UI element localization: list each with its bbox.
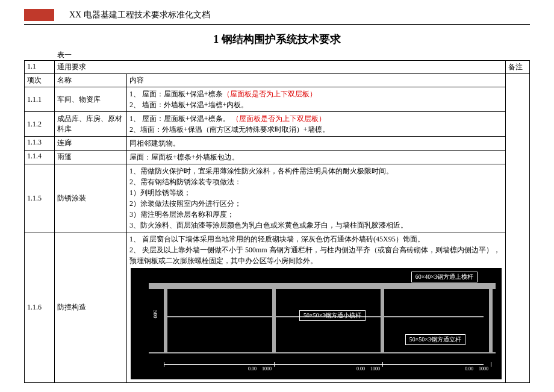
table-row: 1.1.6 防撞构造 1、 首层窗台以下墙体采用当地常用的的轻质砌块墙，深灰色仿… <box>25 232 530 383</box>
row-idx: 1.1.1 <box>25 87 55 112</box>
content-text: 2、 夹层及以上靠外墙一侧做不小于 500mm 高钢方通栏杆，与柱内侧边平齐（或… <box>129 244 503 266</box>
content-text: 1、 屋面：屋面板+保温+檩条。 <box>129 114 232 123</box>
content-text: 2、 墙面：外墙板+保温+墙檩+内板。 <box>129 99 503 110</box>
post <box>489 285 493 353</box>
section-index: 1.1 <box>25 61 55 74</box>
note-column <box>506 74 530 383</box>
top-rail <box>149 283 496 289</box>
dim-tick <box>164 362 164 367</box>
table-row: 1.1.2 成品库、库房、原材料库 1、 屋面：屋面板+保温+檩条。 （屋面板是… <box>25 112 530 137</box>
row-name: 连廊 <box>55 137 127 151</box>
requirements-table: 1.1 通用要求 备注 项次 名称 内容 1.1.1 车间、物资库 1、 屋面：… <box>24 60 530 383</box>
row-content: 1、 屋面：屋面板+保温+檩条（屋面板是否为上下双层板） 2、 墙面：外墙板+保… <box>127 87 506 112</box>
row-name: 防撞构造 <box>55 232 127 383</box>
content-red: （屋面板是否为上下双层板） <box>232 114 326 123</box>
table-row: 1.1.1 车间、物资库 1、 屋面：屋面板+保温+檩条（屋面板是否为上下双层板… <box>25 87 530 112</box>
table-section-row: 1.1 通用要求 备注 <box>25 61 530 74</box>
label-top-rail: 60×40×3钢方通上横杆 <box>411 272 478 282</box>
row-content: 1、 首层窗台以下墙体采用当地常用的的轻质砌块墙，深灰色仿石通体外墙砖(45X9… <box>127 232 506 383</box>
section-title-text: 钢结构围护系统技术要求 <box>222 33 341 45</box>
content-text: 1、 屋面：屋面板+保温+檩条 <box>129 90 223 98</box>
content-text: 屋面：屋面板+檩条+外墙板包边。 <box>129 152 503 163</box>
row-content: 同相邻建筑物。 <box>127 137 506 151</box>
brand-red-block <box>24 9 54 21</box>
content-text: 2）涂装做法按照室内外进行区分； <box>129 198 503 209</box>
dim-label: 1000 <box>262 366 272 372</box>
row-name: 雨篷 <box>55 151 127 164</box>
table-caption: 表一 <box>57 50 530 60</box>
row-content: 1、 屋面：屋面板+保温+檩条。 （屋面板是否为上下双层板） 2、墙面：外墙板+… <box>127 112 506 137</box>
content-text: 1）列明除锈等级； <box>129 187 503 198</box>
row-idx: 1.1.2 <box>25 112 55 137</box>
row-content: 1、需做防火保护时，宜采用薄涂性防火涂料，各构件需注明具体的耐火极限时间。 2、… <box>127 164 506 232</box>
dim-label: 1000 <box>479 366 488 372</box>
row-name: 成品库、库房、原材料库 <box>55 112 127 137</box>
dim-label: 0.00 <box>465 366 473 372</box>
content-text: 同相邻建筑物。 <box>129 138 503 149</box>
content-text: 1、需做防火保护时，宜采用薄涂性防火涂料，各构件需注明具体的耐火极限时间。 <box>129 166 503 176</box>
doc-header: XX 电器基建工程技术要求标准化文档 <box>24 9 530 21</box>
row-idx: 1.1.5 <box>25 164 55 232</box>
content-text: 2、需有钢结构防锈涂装专项做法： <box>129 176 503 187</box>
col-content-header: 内容 <box>127 74 506 87</box>
row-content: 屋面：屋面板+檩条+外墙板包边。 <box>127 151 506 164</box>
base-line <box>149 352 496 353</box>
section-name: 通用要求 <box>55 61 506 74</box>
row-name: 防锈涂装 <box>55 164 127 232</box>
content-text: 2、墙面：外墙板+保温（南方区域无特殊要求时取消）+墙檩。 <box>129 124 503 135</box>
dim-tick <box>491 362 491 367</box>
note-header: 备注 <box>506 61 530 74</box>
col-name-header: 名称 <box>55 74 127 87</box>
dim-line <box>164 364 484 365</box>
row-idx: 1.1.6 <box>25 232 55 383</box>
row-idx: 1.1.3 <box>25 137 55 151</box>
dim-label: 0.00 <box>248 366 257 372</box>
table-header-row: 项次 名称 内容 <box>25 74 530 87</box>
table-row: 1.1.3 连廊 同相邻建筑物。 <box>25 137 530 151</box>
section-title: 1 钢结构围护系统技术要求 <box>24 32 530 46</box>
dim-tick <box>382 362 383 367</box>
row-idx: 1.1.4 <box>25 151 55 164</box>
header-rule <box>24 24 530 25</box>
post <box>272 285 276 353</box>
table-row: 1.1.4 雨篷 屋面：屋面板+檩条+外墙板包边。 <box>25 151 530 164</box>
rail-diagram: 60×40×3钢方通上横杆 50×50×3钢方通小横杆 50×50×3钢方通立杆… <box>131 268 502 379</box>
doc-title: XX 电器基建工程技术要求标准化文档 <box>69 10 210 20</box>
label-post: 50×50×3钢方通立杆 <box>405 334 465 345</box>
dim-label: 0.00 <box>356 366 365 372</box>
table-row: 1.1.5 防锈涂装 1、需做防火保护时，宜采用薄涂性防火涂料，各构件需注明具体… <box>25 164 530 232</box>
content-text: 3、防火涂料、面层油漆等涂层颜色为乳白色或米黄色或象牙白，与墙柱面乳胶漆相近。 <box>129 220 503 231</box>
content-text: 1、 首层窗台以下墙体采用当地常用的的轻质砌块墙，深灰色仿石通体外墙砖(45X9… <box>129 234 503 244</box>
content-red: （屋面板是否为上下双层板） <box>223 90 317 98</box>
dim-vertical: 500 <box>152 310 158 319</box>
content-text: 3）需注明各层涂层名称和厚度； <box>129 209 503 220</box>
label-mid-rail: 50×50×3钢方通小横杆 <box>299 310 366 321</box>
col-idx-header: 项次 <box>25 74 55 87</box>
section-number: 1 <box>213 33 219 45</box>
dim-tick <box>274 362 275 367</box>
row-name: 车间、物资库 <box>55 87 127 112</box>
post <box>164 285 167 353</box>
dim-label: 1000 <box>370 366 380 372</box>
post <box>381 285 384 353</box>
